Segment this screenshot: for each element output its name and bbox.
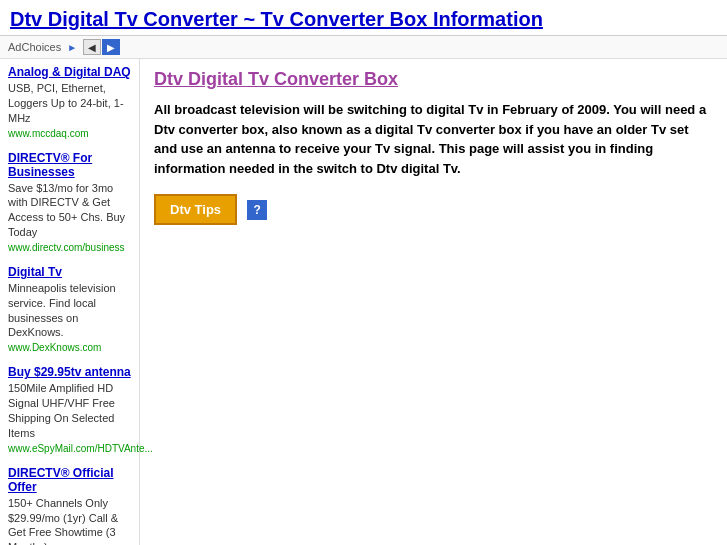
sidebar-ad-2: Digital Tv Minneapolis television servic… [8, 265, 131, 353]
sidebar-ad-4-title[interactable]: DIRECTV® Official Offer [8, 466, 131, 494]
sidebar-ad-0: Analog & Digital DAQ USB, PCI, Ethernet,… [8, 65, 131, 139]
page-title-bar: Dtv Digital Tv Converter ~ Tv Converter … [0, 0, 727, 36]
sidebar-ad-4-desc: 150+ Channels Only $29.99/mo (1yr) Call … [8, 497, 118, 545]
sidebar-ad-0-desc: USB, PCI, Ethernet, Loggers Up to 24-bit… [8, 82, 124, 124]
sidebar-ad-0-url: www.mccdaq.com [8, 128, 131, 139]
sidebar-ad-1: DIRECTV® For Businesses Save $13/mo for … [8, 151, 131, 253]
main-content: Dtv Digital Tv Converter Box All broadca… [140, 59, 727, 545]
sidebar-ad-1-desc: Save $13/mo for 3mo with DIRECTV & Get A… [8, 182, 125, 239]
sidebar-ad-1-title[interactable]: DIRECTV® For Businesses [8, 151, 131, 179]
adchoices-top-label: AdChoices [8, 41, 61, 53]
sidebar-ad-3-desc: 150Mile Amplified HD Signal UHF/VHF Free… [8, 382, 115, 439]
sidebar-ad-4: DIRECTV® Official Offer 150+ Channels On… [8, 466, 131, 545]
sidebar-ad-3-url: www.eSpyMail.com/HDTVAnte... [8, 443, 131, 454]
sidebar: Analog & Digital DAQ USB, PCI, Ethernet,… [0, 59, 140, 545]
question-icon[interactable]: ? [247, 200, 267, 220]
sidebar-ad-3: Buy $29.95tv antenna 150Mile Amplified H… [8, 365, 131, 453]
sidebar-ad-1-url: www.directv.com/business [8, 242, 131, 253]
page-title[interactable]: Dtv Digital Tv Converter ~ Tv Converter … [10, 8, 717, 31]
nav-next-arrow[interactable]: ▶ [102, 39, 120, 55]
sidebar-ad-2-url: www.DexKnows.com [8, 342, 131, 353]
sidebar-ad-3-title[interactable]: Buy $29.95tv antenna [8, 365, 131, 379]
content-description: All broadcast television will be switchi… [154, 100, 713, 178]
dtv-tips-button[interactable]: Dtv Tips [154, 194, 237, 225]
adchoices-top-icon: ► [67, 42, 77, 53]
sidebar-ad-0-title[interactable]: Analog & Digital DAQ [8, 65, 131, 79]
top-nav-arrows[interactable]: ◀ ▶ [83, 39, 120, 55]
sidebar-ad-2-desc: Minneapolis television service. Find loc… [8, 282, 116, 339]
content-title: Dtv Digital Tv Converter Box [154, 69, 713, 90]
main-layout: Analog & Digital DAQ USB, PCI, Ethernet,… [0, 59, 727, 545]
tips-row: Dtv Tips ? [154, 194, 713, 225]
sidebar-ad-2-title[interactable]: Digital Tv [8, 265, 131, 279]
nav-prev-arrow[interactable]: ◀ [83, 39, 101, 55]
adchoices-top-bar: AdChoices ► ◀ ▶ [0, 36, 727, 59]
